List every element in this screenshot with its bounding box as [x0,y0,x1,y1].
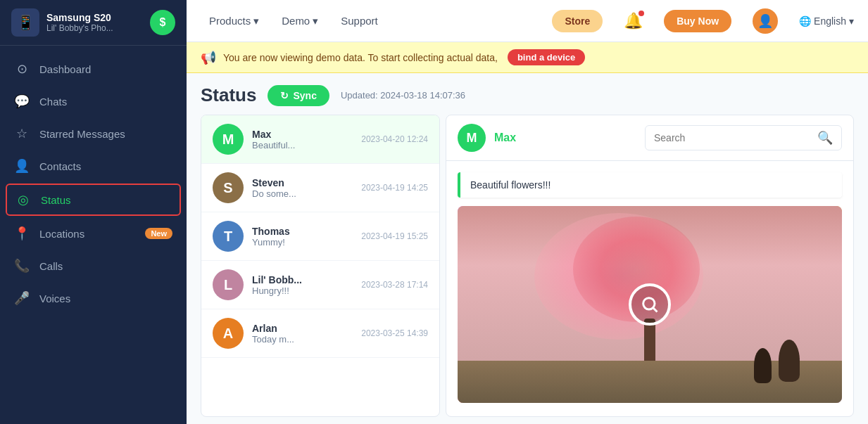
globe-icon: 🌐 [799,15,811,27]
calls-icon: 📞 [14,258,30,274]
chat-item-lilbobby[interactable]: L Lil' Bobb... Hungry!!! 2023-03-28 17:1… [201,261,439,309]
sidebar-item-contacts[interactable]: 👤 Contacts [0,150,187,182]
updated-timestamp: Updated: 2024-03-18 14:07:36 [341,90,465,101]
sidebar-item-label: Contacts [39,160,81,172]
chat-preview: Today m... [252,334,353,345]
language-label: English [814,15,846,27]
chat-preview: Hungry!!! [252,285,353,296]
chat-detail-header: M Max 🔍 [446,115,853,161]
chat-name: Arlan [252,323,353,334]
main-area: Products ▾ Demo ▾ Support Store 🔔 Buy No… [187,0,868,424]
sidebar-item-calls[interactable]: 📞 Calls [0,250,187,282]
chat-preview: Beautiful... [252,140,353,150]
nav-support[interactable]: Support [332,9,386,33]
chat-preview: Yummy! [252,237,353,248]
device-name: Samsung S20 [46,12,143,23]
top-nav-links: Products ▾ Demo ▾ Support [201,9,531,33]
star-icon: ☆ [14,126,30,141]
image-search-overlay[interactable] [629,283,671,326]
sidebar-item-status[interactable]: ◎ Status [6,184,181,216]
avatar-steven: S [213,172,244,203]
user-avatar-icon[interactable]: 👤 [753,8,778,34]
store-button[interactable]: Store [552,10,603,32]
chat-info-max: Max Beautiful... [252,129,353,150]
device-info: Samsung S20 Lil' Bobby's Pho... [46,12,143,33]
sidebar-item-chats[interactable]: 💬 Chats [0,85,187,117]
sidebar-item-locations[interactable]: 📍 Locations New [0,217,187,250]
chat-name: Thomas [252,226,353,237]
sidebar-item-label: Chats [39,96,67,108]
sidebar-item-label: Dashboard [39,63,91,75]
sidebar: 📱 Samsung S20 Lil' Bobby's Pho... $ ⊙ Da… [0,0,187,424]
chat-preview: Do some... [252,188,353,199]
nav-products[interactable]: Products ▾ [201,9,268,33]
detail-contact-name: Max [494,131,636,144]
sidebar-nav: ⊙ Dashboard 💬 Chats ☆ Starred Messages 👤… [0,46,187,424]
svg-point-0 [643,298,655,309]
avatar-arlan: A [213,318,244,349]
sync-button[interactable]: ↻ Sync [268,85,329,106]
sidebar-item-voices[interactable]: 🎤 Voices [0,282,187,314]
dashboard-icon: ⊙ [14,61,30,77]
content-area: 📢 You are now viewing demo data. To star… [187,42,868,424]
chevron-down-icon: ▾ [313,15,318,27]
notification-dot [639,11,644,16]
chat-item-thomas[interactable]: T Thomas Yummy! 2023-04-19 15:25 [201,212,439,261]
sidebar-header: 📱 Samsung S20 Lil' Bobby's Pho... $ [0,0,187,46]
device-icon: 📱 [11,8,39,37]
status-image [458,206,842,403]
chat-time: 2023-03-28 17:14 [361,280,428,290]
bell-wrapper: 🔔 [624,12,643,30]
chats-icon: 💬 [14,94,30,109]
avatar-thomas: T [213,221,244,252]
avatar-lilbobby: L [213,269,244,300]
sidebar-item-starred[interactable]: ☆ Starred Messages [0,117,187,150]
search-box: 🔍 [645,125,842,150]
chat-item-max[interactable]: M Max Beautiful... 2023-04-20 12:24 [201,115,439,164]
chat-message-area: Beautiful flowers!!! [446,161,853,416]
chat-list-panel: M Max Beautiful... 2023-04-20 12:24 S St… [201,115,440,417]
device-subtitle: Lil' Bobby's Pho... [46,23,143,33]
voices-icon: 🎤 [14,290,30,306]
search-icon[interactable]: 🔍 [817,130,833,146]
chat-name: Lil' Bobb... [252,274,353,285]
panels: M Max Beautiful... 2023-04-20 12:24 S St… [187,115,868,424]
page-title: Status [201,84,256,106]
demo-banner: 📢 You are now viewing demo data. To star… [187,42,868,73]
sidebar-item-label: Voices [39,293,70,304]
buynow-button[interactable]: Buy Now [664,10,731,32]
chat-info-thomas: Thomas Yummy! [252,226,353,248]
chat-item-steven[interactable]: S Steven Do some... 2023-04-19 14:25 [201,164,439,212]
nav-demo[interactable]: Demo ▾ [273,9,327,33]
bind-device-button[interactable]: bind a device [508,49,585,65]
status-header: Status ↻ Sync Updated: 2024-03-18 14:07:… [187,73,868,115]
chat-detail-panel: M Max 🔍 Beautiful flowers!!! [446,115,854,417]
search-input[interactable] [654,132,812,143]
chat-time: 2023-04-20 12:24 [361,134,428,144]
chat-time: 2023-04-19 15:25 [361,231,428,241]
locations-badge: New [145,228,172,239]
chat-name: Max [252,129,353,140]
person-silhouette-2 [754,348,772,383]
language-selector[interactable]: 🌐 English ▾ [799,15,854,27]
chevron-down-icon: ▾ [849,15,854,27]
sidebar-avatar[interactable]: $ [150,10,175,35]
avatar-max: M [213,124,244,155]
chat-time: 2023-03-25 14:39 [361,328,428,338]
sidebar-item-dashboard[interactable]: ⊙ Dashboard [0,53,187,85]
svg-line-1 [653,308,657,311]
chat-info-steven: Steven Do some... [252,177,353,199]
chat-time: 2023-04-19 14:25 [361,183,428,193]
contacts-icon: 👤 [14,158,30,174]
locations-icon: 📍 [14,226,30,241]
chat-name: Steven [252,177,353,188]
person-silhouette-1 [779,340,800,382]
chat-item-arlan[interactable]: A Arlan Today m... 2023-03-25 14:39 [201,309,439,358]
sync-icon: ↻ [280,90,289,101]
sync-label: Sync [293,90,316,101]
sidebar-item-label: Locations [39,228,84,240]
status-icon: ◎ [15,192,31,207]
detail-avatar: M [458,124,486,152]
demo-banner-text: You are now viewing demo data. To start … [223,52,498,63]
sidebar-item-label: Starred Messages [39,128,125,140]
